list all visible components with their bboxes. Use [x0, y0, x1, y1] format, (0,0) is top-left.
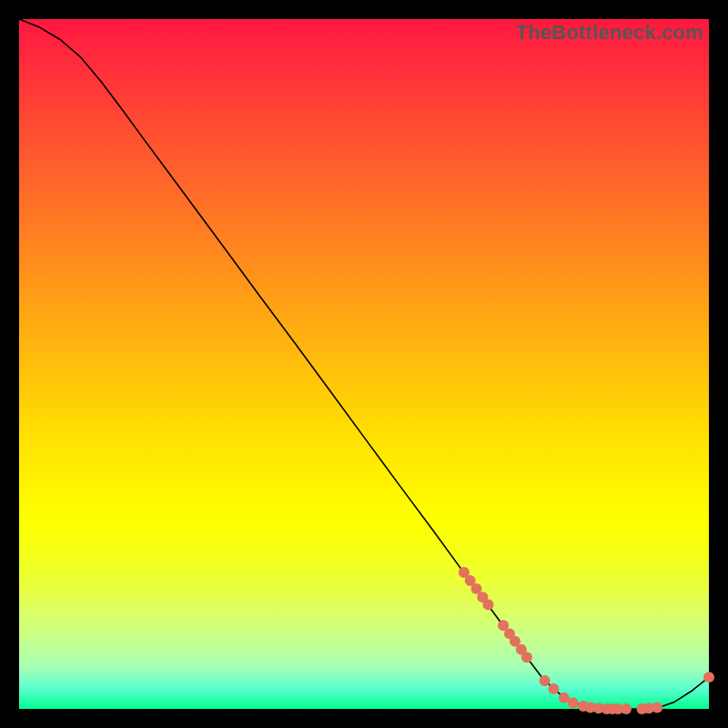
marker-group	[459, 567, 714, 714]
data-marker	[568, 697, 579, 708]
chart-frame: TheBottleneck.com	[0, 0, 728, 728]
line-series	[19, 19, 709, 709]
data-marker	[521, 652, 532, 662]
data-marker	[703, 672, 714, 682]
data-marker	[548, 683, 559, 694]
plot-area: TheBottleneck.com	[19, 19, 709, 709]
data-marker	[540, 675, 551, 686]
data-marker	[621, 703, 632, 714]
data-marker	[652, 702, 662, 713]
data-marker	[482, 600, 493, 611]
chart-svg	[19, 19, 709, 709]
